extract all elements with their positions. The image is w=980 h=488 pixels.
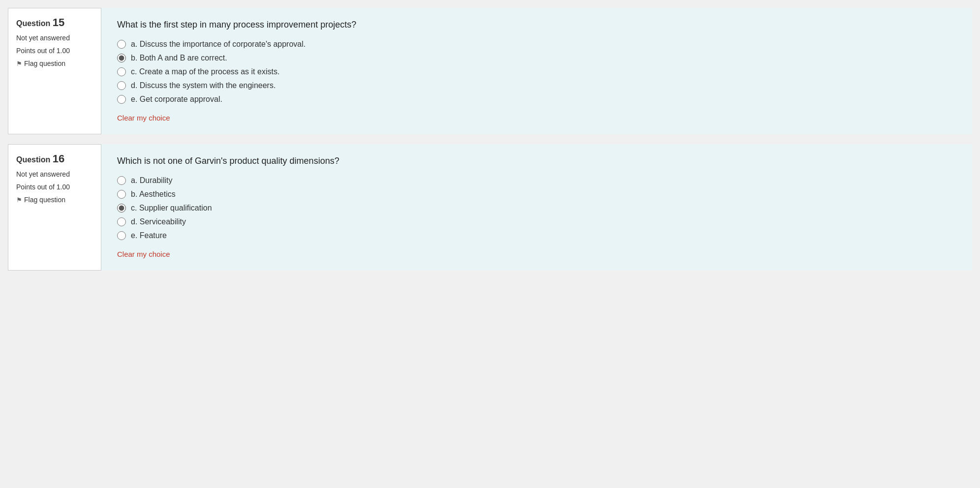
radio-q16c[interactable] — [117, 204, 126, 213]
option-item-q15a: a. Discuss the importance of corporate's… — [117, 40, 956, 49]
question-block-q16: Question 16Not yet answeredPoints out of… — [8, 144, 972, 271]
radio-q16a[interactable] — [117, 176, 126, 185]
option-item-q16e: e. Feature — [117, 231, 956, 240]
question-sidebar-q16: Question 16Not yet answeredPoints out of… — [8, 144, 101, 271]
radio-q16b[interactable] — [117, 190, 126, 199]
question-points-q15: Points out of 1.00 — [16, 47, 93, 55]
question-points-q16: Points out of 1.00 — [16, 183, 93, 191]
question-main-q15: What is the first step in many process i… — [101, 8, 972, 134]
option-item-q15e: e. Get corporate approval. — [117, 95, 956, 104]
question-main-q16: Which is not one of Garvin's product qua… — [101, 144, 972, 271]
question-number-q15: Question 15 — [16, 16, 93, 29]
option-label-q15b[interactable]: b. Both A and B are correct. — [131, 54, 227, 62]
options-list-q16: a. Durabilityb. Aestheticsc. Supplier qu… — [117, 176, 956, 240]
question-sidebar-q15: Question 15Not yet answeredPoints out of… — [8, 8, 101, 134]
question-block-q15: Question 15Not yet answeredPoints out of… — [8, 8, 972, 134]
radio-q16d[interactable] — [117, 217, 126, 226]
option-item-q15b: b. Both A and B are correct. — [117, 54, 956, 62]
radio-q15c[interactable] — [117, 67, 126, 76]
question-status-q15: Not yet answered — [16, 34, 93, 42]
radio-q15b[interactable] — [117, 54, 126, 62]
option-label-q15a[interactable]: a. Discuss the importance of corporate's… — [131, 40, 306, 49]
option-label-q16c[interactable]: c. Supplier qualification — [131, 204, 212, 213]
option-item-q16b: b. Aesthetics — [117, 190, 956, 199]
option-item-q15d: d. Discuss the system with the engineers… — [117, 81, 956, 90]
question-text-q15: What is the first step in many process i… — [117, 20, 956, 30]
radio-q16e[interactable] — [117, 231, 126, 240]
radio-q15d[interactable] — [117, 81, 126, 90]
option-label-q15c[interactable]: c. Create a map of the process as it exi… — [131, 67, 279, 76]
quiz-container: Question 15Not yet answeredPoints out of… — [0, 0, 980, 278]
flag-button-q16[interactable]: ⚑Flag question — [16, 196, 93, 204]
flag-icon: ⚑ — [16, 196, 22, 204]
radio-q15a[interactable] — [117, 40, 126, 49]
question-text-q16: Which is not one of Garvin's product qua… — [117, 156, 956, 166]
option-label-q16a[interactable]: a. Durability — [131, 176, 172, 185]
option-item-q16a: a. Durability — [117, 176, 956, 185]
radio-q15e[interactable] — [117, 95, 126, 104]
question-number-q16: Question 16 — [16, 152, 93, 165]
clear-choice-button-q15[interactable]: Clear my choice — [117, 114, 170, 122]
option-label-q15e[interactable]: e. Get corporate approval. — [131, 95, 222, 104]
option-label-q15d[interactable]: d. Discuss the system with the engineers… — [131, 81, 276, 90]
option-label-q16d[interactable]: d. Serviceability — [131, 217, 186, 226]
flag-label: Flag question — [24, 196, 65, 204]
question-status-q16: Not yet answered — [16, 170, 93, 178]
option-label-q16e[interactable]: e. Feature — [131, 231, 167, 240]
flag-label: Flag question — [24, 60, 65, 67]
option-item-q16d: d. Serviceability — [117, 217, 956, 226]
option-item-q16c: c. Supplier qualification — [117, 204, 956, 213]
flag-button-q15[interactable]: ⚑Flag question — [16, 60, 93, 67]
option-item-q15c: c. Create a map of the process as it exi… — [117, 67, 956, 76]
flag-icon: ⚑ — [16, 60, 22, 67]
option-label-q16b[interactable]: b. Aesthetics — [131, 190, 176, 199]
options-list-q15: a. Discuss the importance of corporate's… — [117, 40, 956, 104]
clear-choice-button-q16[interactable]: Clear my choice — [117, 250, 170, 258]
